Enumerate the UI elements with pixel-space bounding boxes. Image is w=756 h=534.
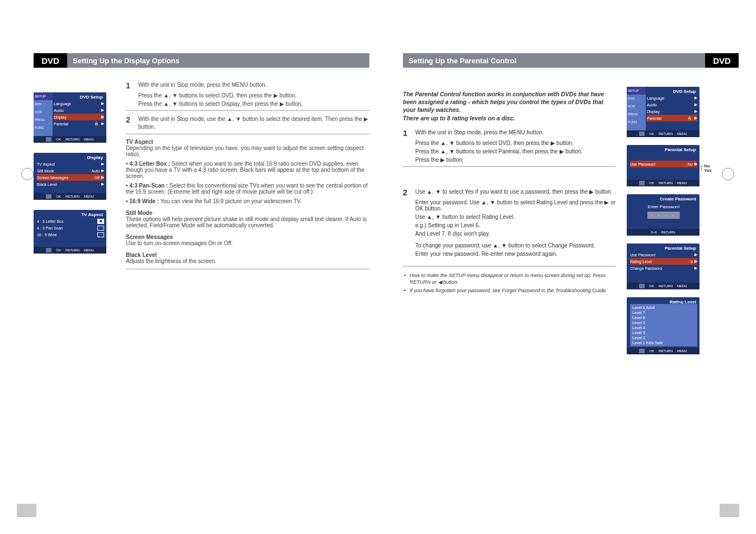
foot-return: RETURN bbox=[65, 138, 79, 141]
callout-no-yes: ┬ No└ Yes bbox=[699, 164, 712, 173]
step-text: Press the ▲, ▼ buttons to select DVD, th… bbox=[403, 140, 616, 146]
osd-row-msgs: Screen Messages bbox=[37, 176, 92, 180]
osd-val: : Auto bbox=[90, 169, 100, 173]
step-text: And Level 7, 8 disc won't play. bbox=[403, 231, 616, 237]
arrow-icon: ▶ bbox=[100, 168, 104, 173]
arrow-icon: ▶ bbox=[100, 121, 104, 126]
osd-row: Parental bbox=[647, 116, 686, 120]
right-page: Setting Up the Parental Control DVD The … bbox=[403, 53, 739, 296]
osd-sb: PROG bbox=[628, 113, 638, 116]
osd-title: Create Password bbox=[660, 196, 696, 202]
dvd-tag-right: DVD bbox=[705, 53, 739, 68]
osd-row: Rating Level bbox=[630, 260, 688, 264]
page-tab-right bbox=[720, 504, 739, 517]
lock-icon: 🔒 bbox=[686, 116, 693, 120]
left-page: DVD Setting Up the Display Options DVD S… bbox=[34, 53, 369, 90]
rating-level: Level 7 bbox=[632, 311, 645, 315]
note-text: If you have forgotten your password, see… bbox=[410, 287, 616, 294]
foot-ok: OK bbox=[649, 284, 654, 288]
foot-return: RETURN bbox=[659, 349, 673, 353]
foot-ok: OK bbox=[649, 349, 654, 353]
password-field: - - - - bbox=[647, 212, 679, 219]
step-text: With the unit in Stop mode, press the ME… bbox=[138, 81, 369, 90]
osd-row-display: Display bbox=[54, 115, 100, 119]
osd-row: Language bbox=[647, 96, 693, 100]
foot-ok: OK bbox=[649, 132, 654, 135]
step-text: Enter your new password. Re-enter new pa… bbox=[403, 251, 616, 257]
rating-level: Level 8 Adult bbox=[632, 306, 655, 310]
right-osd-column: DVD Setup SETUP DVD VCR PROG FUNC Langua… bbox=[627, 87, 699, 362]
rating-level: Level 3 bbox=[632, 331, 645, 335]
lock-icon: 🔒 bbox=[93, 121, 100, 126]
osd-sb-setup: SETUP bbox=[35, 95, 46, 98]
arrow-icon: ▶ bbox=[693, 116, 697, 120]
step-text: Use ▲, ▼ to select Yes if you want to us… bbox=[415, 188, 616, 197]
osd-sb-vcr: VCR bbox=[35, 110, 42, 114]
rating-level: Level 2 bbox=[632, 336, 645, 340]
osd-row-wide: 16 : 9 Wide bbox=[37, 233, 97, 237]
arrow-icon: ▶ bbox=[100, 162, 104, 166]
left-title: Setting Up the Display Options bbox=[67, 53, 369, 68]
opt-body: Use to turn on-screen messages On or Off… bbox=[126, 240, 233, 246]
arrow-icon: ▶ bbox=[100, 108, 104, 113]
osd-sb-prog: PROG bbox=[35, 118, 45, 121]
rating-level: Level 1 Kids Safe bbox=[632, 341, 663, 345]
osd-row-black: Black Level bbox=[37, 182, 100, 186]
osd-sb-func: FUNC bbox=[35, 126, 44, 129]
step-text: Press the ▲, ▼ buttons to select Display… bbox=[126, 101, 369, 107]
tv-icon bbox=[97, 219, 104, 224]
osd-row-parental: Parental bbox=[54, 122, 93, 126]
opt-title: Still Mode bbox=[126, 210, 152, 216]
close-icon bbox=[46, 137, 51, 142]
osd-sidebar: SETUP DVD VCR PROG FUNC bbox=[627, 87, 646, 130]
osd-title: DVD Setup bbox=[80, 95, 103, 100]
page-tab-left bbox=[17, 504, 36, 517]
close-icon bbox=[46, 248, 51, 252]
osd-sb: VCR bbox=[628, 105, 635, 108]
opt-title: TV Aspect bbox=[126, 139, 153, 145]
osd-val: : 8 bbox=[688, 260, 693, 264]
step-text: With the unit in Stop mode, press the ME… bbox=[415, 129, 616, 138]
arrow-icon: ▶ bbox=[100, 101, 104, 106]
osd-val: : No bbox=[685, 162, 693, 166]
osd-parental-setup: Parental Setup Use Password:▶ Rating Lev… bbox=[627, 243, 699, 289]
step-num: 1 bbox=[403, 129, 411, 138]
right-title: Setting Up the Parental Control bbox=[403, 53, 705, 68]
tv-icon bbox=[97, 232, 104, 237]
arrow-icon: ▶ bbox=[693, 102, 697, 107]
foot-menu: MENU bbox=[677, 181, 687, 185]
opt-title: 16:9 Wide : bbox=[129, 198, 159, 204]
foot-return: RETURN bbox=[659, 284, 673, 288]
foot-return: RETURN bbox=[661, 231, 675, 234]
foot-menu: MENU bbox=[84, 249, 94, 252]
foot-menu: MENU bbox=[677, 284, 687, 288]
osd-row: Audio bbox=[647, 103, 693, 107]
foot-ok: OK bbox=[56, 195, 61, 198]
arrow-icon: ▶ bbox=[100, 182, 104, 186]
left-instructions: 1With the unit in Stop mode, press the M… bbox=[126, 81, 369, 269]
arrow-icon: ▶ bbox=[693, 96, 697, 100]
osd-use-password: Parental Setup Use Password: No▶ OKRETUR… bbox=[627, 145, 699, 186]
binder-hole-left bbox=[21, 168, 34, 180]
osd-title: TV Aspect bbox=[81, 212, 103, 217]
close-icon bbox=[639, 349, 645, 353]
enter-pw-label: Enter Password bbox=[630, 204, 697, 209]
step-text: Press the ▲, ▼ buttons to select Parenta… bbox=[403, 148, 616, 154]
arrow-icon: ▶ bbox=[100, 175, 104, 180]
opt-title: 4:3 Letter Box : bbox=[129, 161, 170, 167]
opt-title: Black Level bbox=[126, 252, 157, 258]
opt-title: Screen Messages bbox=[126, 234, 173, 240]
osd-row: Use Password bbox=[630, 253, 692, 257]
osd-row-lb: 4 : 3 Letter Box bbox=[37, 219, 97, 223]
foot-ok: OK bbox=[56, 249, 61, 252]
osd-sb-dvd: DVD bbox=[35, 102, 42, 106]
osd-row-ps: 4 : 3 Pan Scan bbox=[37, 226, 97, 230]
num-icon: 0~9 bbox=[651, 231, 656, 234]
foot-return: RETURN bbox=[65, 249, 79, 252]
osd-body: Language▶ Audio▶ Display▶ Parental🔒▶ bbox=[54, 100, 104, 127]
osd-title: Parental Setup bbox=[665, 246, 696, 251]
osd-row: Display bbox=[647, 110, 693, 114]
left-header: DVD Setting Up the Display Options bbox=[34, 53, 369, 68]
foot-menu: MENU bbox=[677, 349, 687, 353]
osd-title: Parental Setup bbox=[665, 147, 696, 152]
